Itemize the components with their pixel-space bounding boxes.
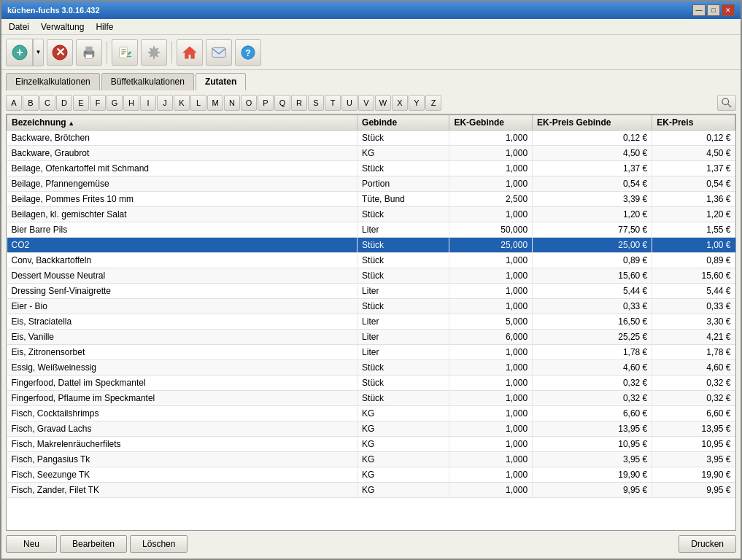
alpha-o[interactable]: O	[241, 95, 257, 111]
svg-line-20	[728, 104, 731, 107]
alpha-x[interactable]: X	[392, 95, 408, 111]
table-row[interactable]: Eier - Bio Stück 1,000 0,33 € 0,33 €	[7, 299, 735, 314]
bearbeiten-button[interactable]: Bearbeiten	[60, 535, 127, 553]
table-row[interactable]: Beilage, Pommes Frites 10 mm Tüte, Bund …	[7, 192, 735, 207]
cell-ek-preis-gebinde: 1,78 €	[533, 345, 652, 360]
drucken-button[interactable]: Drucken	[679, 535, 736, 553]
col-header-bezeichnung[interactable]: Bezeichnung	[7, 115, 358, 131]
alpha-b[interactable]: B	[23, 95, 39, 111]
data-table-container: Bezeichnung Gebinde EK-Gebinde EK-Preis …	[6, 114, 736, 531]
alpha-k[interactable]: K	[174, 95, 190, 111]
table-scroll[interactable]: Bezeichnung Gebinde EK-Gebinde EK-Preis …	[7, 114, 735, 530]
col-header-gebinde[interactable]: Gebinde	[358, 115, 449, 131]
col-header-ek-preis-gebinde[interactable]: EK-Preis Gebinde	[533, 115, 652, 131]
neu-button[interactable]: Neu	[6, 535, 57, 553]
table-row[interactable]: Fisch, Pangasius Tk KG 1,000 3,95 € 3,95…	[7, 452, 735, 467]
new-button[interactable]: +	[7, 39, 33, 66]
table-row[interactable]: Fisch, Cocktailshrimps KG 1,000 6,60 € 6…	[7, 406, 735, 421]
tab-bueffetkalkulationen[interactable]: Büffetkalkulationen	[101, 73, 194, 90]
cell-gebinde: Stück	[358, 161, 449, 176]
table-row[interactable]: Fisch, Seezunge TK KG 1,000 19,90 € 19,9…	[7, 467, 735, 483]
table-row[interactable]: Dessert Mousse Neutral Stück 1,000 15,60…	[7, 268, 735, 284]
alpha-y[interactable]: Y	[409, 95, 425, 111]
svg-rect-16	[212, 47, 225, 57]
alpha-i[interactable]: I	[140, 95, 156, 111]
alpha-g[interactable]: G	[107, 95, 123, 111]
table-row[interactable]: Fisch, Makrelenräucherfilets KG 1,000 10…	[7, 437, 735, 452]
table-row[interactable]: Eis, Vanille Liter 6,000 25,25 € 4,21 €	[7, 330, 735, 345]
help-button[interactable]: ?	[235, 39, 261, 66]
alpha-m[interactable]: M	[207, 95, 223, 111]
tab-zutaten[interactable]: Zutaten	[196, 73, 246, 90]
table-row[interactable]: Beilage, Ofenkartoffel mit Schmand Stück…	[7, 161, 735, 176]
menu-verwaltung[interactable]: Verwaltung	[36, 20, 88, 34]
cell-ek-gebinde: 1,000	[449, 299, 533, 314]
table-row[interactable]: Dressing Senf-Vinaigrette Liter 1,000 5,…	[7, 284, 735, 299]
cell-ek-preis-gebinde: 5,44 €	[533, 284, 652, 299]
edit-button[interactable]	[112, 39, 138, 66]
table-row[interactable]: Essig, Weißweinessig Stück 1,000 4,60 € …	[7, 360, 735, 376]
table-row[interactable]: Beilage, Pfannengemüse Portion 1,000 0,5…	[7, 176, 735, 192]
cell-bezeichnung: Conv, Backkartoffeln	[7, 253, 358, 268]
alpha-j[interactable]: J	[157, 95, 173, 111]
menu-hilfe[interactable]: Hilfe	[91, 20, 117, 34]
alpha-p[interactable]: P	[258, 95, 274, 111]
alpha-u[interactable]: U	[341, 95, 358, 111]
table-row[interactable]: Backware, Brötchen Stück 1,000 0,12 € 0,…	[7, 131, 735, 146]
cell-gebinde: Stück	[358, 299, 449, 314]
alpha-n[interactable]: N	[224, 95, 240, 111]
alpha-c[interactable]: C	[39, 95, 55, 111]
ingredients-table: Bezeichnung Gebinde EK-Gebinde EK-Preis …	[7, 114, 735, 498]
print-button[interactable]	[76, 39, 102, 66]
tabs-area: Einzelkalkulationen Büffetkalkulationen …	[1, 70, 741, 90]
table-row[interactable]: Backware, Graubrot KG 1,000 4,50 € 4,50 …	[7, 146, 735, 161]
settings-button[interactable]	[141, 39, 167, 66]
alpha-t[interactable]: T	[325, 95, 341, 111]
alpha-q[interactable]: Q	[274, 95, 290, 111]
svg-rect-8	[120, 47, 128, 58]
cell-ek-preis: 4,21 €	[652, 330, 735, 345]
alpha-v[interactable]: V	[358, 95, 374, 111]
table-row[interactable]: Eis, Straciatella Liter 5,000 16,50 € 3,…	[7, 314, 735, 330]
cell-ek-preis-gebinde: 0,12 €	[533, 131, 652, 146]
alpha-s[interactable]: S	[308, 95, 324, 111]
table-row[interactable]: Bier Barre Pils Liter 50,000 77,50 € 1,5…	[7, 222, 735, 238]
alpha-d[interactable]: D	[56, 95, 72, 111]
col-header-ek-preis[interactable]: EK-Preis	[652, 115, 735, 131]
alpha-a[interactable]: A	[6, 95, 22, 111]
maximize-button[interactable]: □	[707, 4, 720, 16]
cell-ek-gebinde: 50,000	[449, 222, 533, 238]
cell-gebinde: Liter	[358, 345, 449, 360]
table-row[interactable]: Eis, Zitronensorbet Liter 1,000 1,78 € 1…	[7, 345, 735, 360]
menu-datei[interactable]: Datei	[4, 20, 34, 34]
cell-ek-gebinde: 1,000	[449, 406, 533, 421]
alpha-h[interactable]: H	[123, 95, 139, 111]
close-button[interactable]: ✕	[722, 4, 735, 16]
col-header-ek-gebinde[interactable]: EK-Gebinde	[449, 115, 533, 131]
alpha-l[interactable]: L	[190, 95, 206, 111]
loeschen-button[interactable]: Löschen	[130, 535, 188, 553]
table-row[interactable]: Fisch, Zander, Filet TK KG 1,000 9,95 € …	[7, 483, 735, 498]
table-row[interactable]: Conv, Backkartoffeln Stück 1,000 0,89 € …	[7, 253, 735, 268]
alpha-r[interactable]: R	[291, 95, 307, 111]
table-row[interactable]: CO2 Stück 25,000 25,00 € 1,00 €	[7, 238, 735, 253]
email-button[interactable]	[206, 39, 232, 66]
search-button[interactable]	[717, 95, 736, 111]
alpha-f[interactable]: F	[90, 95, 106, 111]
table-row[interactable]: Beilagen, kl. gemischter Salat Stück 1,0…	[7, 207, 735, 222]
cell-ek-preis: 0,54 €	[652, 176, 735, 192]
home-button[interactable]	[177, 39, 203, 66]
table-row[interactable]: Fisch, Gravad Lachs KG 1,000 13,95 € 13,…	[7, 421, 735, 437]
alpha-z[interactable]: Z	[425, 95, 441, 111]
table-row[interactable]: Fingerfood, Pflaume im Speckmantel Stück…	[7, 391, 735, 406]
tab-einzelkalkulationen[interactable]: Einzelkalkulationen	[6, 73, 100, 90]
table-row[interactable]: Fingerfood, Dattel im Speckmantel Stück …	[7, 376, 735, 391]
cell-bezeichnung: Beilagen, kl. gemischter Salat	[7, 207, 358, 222]
minimize-button[interactable]: —	[692, 4, 706, 16]
cell-ek-gebinde: 1,000	[449, 253, 533, 268]
window-title: küchen-fuchs 3.0.16.432	[7, 6, 100, 15]
alpha-e[interactable]: E	[73, 95, 89, 111]
delete-button[interactable]: ✕	[47, 39, 73, 66]
alpha-w[interactable]: W	[375, 95, 391, 111]
new-dropdown-button[interactable]: ▼	[33, 39, 43, 66]
